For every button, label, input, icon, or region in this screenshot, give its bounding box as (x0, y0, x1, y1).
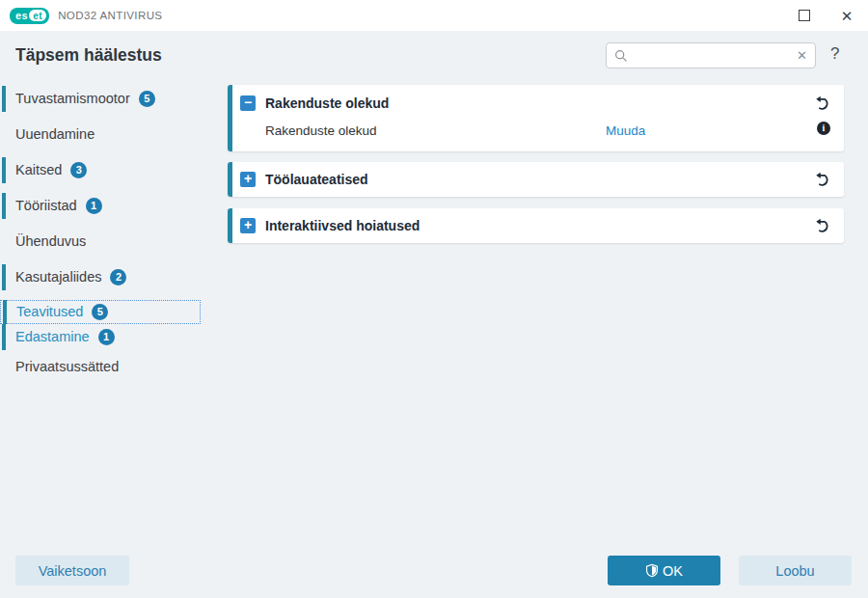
count-badge: 5 (92, 304, 108, 320)
muuda-link[interactable]: Muuda (606, 123, 645, 138)
revert-button[interactable] (815, 172, 831, 188)
product-name: NOD32 ANTIVIRUS (58, 10, 162, 21)
sidebar-item-label: Edastamine (15, 329, 90, 344)
close-button[interactable]: ✕ (826, 0, 868, 31)
sidebar-item-label: Privaatsussätted (15, 359, 119, 374)
sidebar-item-uuendamine[interactable]: Uuendamine (0, 122, 201, 147)
cancel-button[interactable]: Loobu (739, 556, 852, 585)
sidebar-item-tooriistad[interactable]: Tööriistad1 (0, 194, 201, 218)
eset-logo-text-right: et (33, 11, 42, 21)
maximize-icon (799, 10, 810, 21)
eset-logo-box: et (29, 10, 46, 21)
panel-rakenduste-olekud: − Rakenduste olekud Rakenduste olekud Mu… (228, 85, 844, 151)
panel-header[interactable]: + Interaktiivsed hoiatused (228, 208, 844, 243)
sidebar-item-label: Tuvastamismootor (15, 91, 130, 106)
sidebar-item-teavitused[interactable]: Teavitused5 (0, 300, 201, 324)
undo-icon (815, 172, 831, 188)
panel-title: Töölauateatised (265, 172, 368, 187)
setting-label: Rakenduste olekud (265, 123, 377, 138)
count-badge: 1 (98, 329, 115, 345)
setting-row: Rakenduste olekud Muuda i (228, 117, 844, 147)
help-button[interactable]: ? (830, 44, 839, 64)
panel-title: Interaktiivsed hoiatused (265, 218, 420, 233)
search-box[interactable]: ✕ (606, 42, 816, 68)
sidebar-item-tuvastamismootor[interactable]: Tuvastamismootor5 (0, 87, 201, 111)
expand-icon[interactable]: + (240, 218, 256, 233)
eset-logo-text-left: es (15, 8, 28, 24)
search-icon (614, 49, 628, 63)
ok-button-label: OK (663, 563, 683, 579)
undo-icon (815, 95, 831, 112)
ok-button[interactable]: OK (608, 556, 720, 585)
expand-icon[interactable]: + (240, 172, 256, 187)
titlebar: es et NOD32 ANTIVIRUS ✕ (0, 0, 868, 31)
sidebar-item-edastamine[interactable]: Edastamine1 (0, 325, 201, 349)
revert-button[interactable] (815, 95, 831, 112)
count-badge: 5 (139, 91, 155, 107)
undo-icon (815, 218, 831, 234)
sidebar-item-label: Ühenduvus (15, 233, 86, 249)
panel-interaktiivsed-hoiatused: + Interaktiivsed hoiatused (228, 208, 844, 243)
count-badge: 2 (110, 269, 126, 285)
collapse-icon[interactable]: − (240, 95, 256, 111)
page-title: Täpsem häälestus (15, 45, 162, 66)
panel-header[interactable]: + Töölauateatised (228, 162, 844, 197)
window-controls: ✕ (783, 0, 868, 31)
close-icon: ✕ (841, 9, 854, 23)
info-icon[interactable]: i (817, 122, 830, 135)
maximize-button[interactable] (783, 0, 826, 31)
sidebar-item-kasutajaliides[interactable]: Kasutajaliides2 (0, 265, 201, 289)
sidebar-item-uhenduvus[interactable]: Ühenduvus (0, 230, 201, 254)
sidebar-item-label: Uuendamine (15, 126, 95, 142)
sidebar-item-privaatsussatted[interactable]: Privaatsussätted (0, 355, 201, 379)
defaults-button[interactable]: Vaiketsoon (15, 556, 129, 585)
revert-button[interactable] (815, 218, 831, 234)
panel-header[interactable]: − Rakenduste olekud (228, 85, 844, 117)
sidebar-item-label: Teavitused (16, 304, 83, 319)
sidebar-item-label: Kaitsed (15, 162, 62, 177)
count-badge: 1 (86, 198, 102, 214)
uac-shield-icon (645, 563, 659, 578)
panel-title: Rakenduste olekud (265, 95, 389, 111)
sidebar-item-label: Kasutajaliides (15, 269, 101, 285)
search-clear-icon[interactable]: ✕ (797, 49, 807, 62)
panel-toolauateatised: + Töölauateatised (228, 162, 844, 197)
eset-logo: es et (10, 8, 49, 24)
settings-panels: − Rakenduste olekud Rakenduste olekud Mu… (228, 85, 844, 255)
count-badge: 3 (70, 162, 87, 178)
sidebar-item-kaitsed[interactable]: Kaitsed3 (0, 158, 201, 182)
sidebar-item-label: Tööriistad (15, 198, 77, 213)
search-input[interactable] (634, 48, 791, 63)
